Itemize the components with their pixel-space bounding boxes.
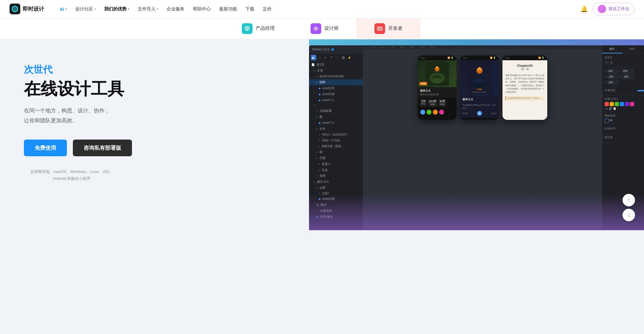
notification-bell-icon[interactable]: 🔔 xyxy=(580,5,588,13)
color-swatch-pink[interactable] xyxy=(630,102,634,106)
book-title-text-2: 森林之火 xyxy=(462,98,497,101)
stat-favorites: 11.2万 收藏 xyxy=(428,99,437,106)
nav-item-enterprise[interactable]: 企业服务 xyxy=(163,4,188,14)
color-swatch-red[interactable] xyxy=(605,102,609,106)
list-item[interactable]: □ 背景 xyxy=(309,173,363,179)
list-item[interactable]: T 开始一个活动 xyxy=(309,137,363,143)
free-use-button[interactable]: 免费使用 xyxy=(24,140,67,156)
tab-prototype[interactable]: 原型 xyxy=(622,45,642,53)
group-icon: ▸ xyxy=(316,127,318,130)
scroll-up-button[interactable]: ↑ xyxy=(623,194,635,206)
list-item[interactable]: ▸ 组料 xyxy=(309,79,363,85)
color-swatch-yellow[interactable] xyxy=(610,102,614,106)
w-input[interactable]: 200 xyxy=(608,74,620,79)
tool-frame[interactable]: □ xyxy=(317,55,322,60)
color-swatch-blue[interactable] xyxy=(620,102,624,106)
r-input[interactable]: 200 xyxy=(607,80,619,85)
opacity-slider[interactable] xyxy=(637,90,644,91)
fill-section: 外观 (王年) ▾ Aa 🔗 📋 xyxy=(602,95,644,112)
color-swatch-purple[interactable] xyxy=(625,102,629,106)
y-input[interactable]: 200 xyxy=(622,69,634,73)
list-item[interactable]: T 次级标题 xyxy=(309,108,363,114)
opacity-fill xyxy=(637,90,644,91)
nav-item-advantages[interactable]: 我们的优势 ▾ xyxy=(101,4,133,14)
list-item[interactable]: ▸ 图案元素（蓝面） xyxy=(309,143,363,149)
brand-logo[interactable]: 即时设计 xyxy=(10,4,44,14)
h-input[interactable]: 200 xyxy=(622,74,634,79)
stat-score: 9.8 评分 xyxy=(420,99,427,106)
nav-item-import[interactable]: 文件导入 ▾ xyxy=(134,4,162,14)
tool-text[interactable]: T xyxy=(329,55,334,60)
tab-annotation[interactable]: 标注 xyxy=(642,45,644,53)
phone-mockup-3: 9:41 📶 🔋 Chapter01 第一章 孤零零地抛弃在太平洋中的一个荒无人… xyxy=(502,55,547,120)
list-item[interactable]: ◆ icon/主页 xyxy=(309,85,363,91)
tool-shape[interactable]: ○ xyxy=(335,55,340,60)
align-icon[interactable]: ≡ xyxy=(605,61,608,65)
scroll-down-button[interactable]: ↓ xyxy=(623,209,635,221)
chapter-body: 孤零零地抛弃在太平洋中的一个荒无人烟的岛上，我不得不靠自己的双手来维持生命。在那… xyxy=(505,74,544,94)
tab-developer[interactable]: 开发者 xyxy=(356,18,420,39)
tab-designer[interactable]: 设计师 xyxy=(293,18,356,39)
list-item[interactable]: ◆ icon/行程 xyxy=(309,91,363,97)
grid-value: 18 xyxy=(609,119,612,123)
distribute-icon[interactable]: ⊞ xyxy=(609,61,614,65)
private-deploy-button[interactable]: 咨询私有部署版 xyxy=(73,140,132,156)
fill-label: 外观 (王年) xyxy=(605,97,618,101)
list-item[interactable]: ▸ 刷 xyxy=(309,149,363,155)
list-item[interactable]: ▸ 文本 xyxy=(309,126,363,132)
list-item[interactable]: ▸ 主图 xyxy=(309,155,363,161)
list-item[interactable]: ◆ icon/个人 xyxy=(309,120,363,126)
list-item[interactable]: ▸ 点赞 xyxy=(309,185,363,191)
list-item[interactable]: T 和别人一起过圣诞节！ xyxy=(309,132,363,137)
text-icon: T xyxy=(316,109,318,112)
nav-item-pricing[interactable]: 定价 xyxy=(259,4,275,14)
tool-image[interactable]: 🖼 xyxy=(341,55,346,60)
hero-title: 在线设计工具 xyxy=(24,79,291,99)
list-item[interactable]: ◆ icon/点赞 xyxy=(309,196,363,202)
rotation-row: C 200 xyxy=(605,80,644,85)
list-item[interactable]: △ 矢量形状 xyxy=(309,208,363,214)
tool-cursor[interactable]: ▶ xyxy=(311,55,316,60)
list-item[interactable]: ▸ 图 xyxy=(309,114,363,120)
link-icon[interactable]: 🔗 xyxy=(609,107,612,110)
tool-plugin[interactable]: ⚡ xyxy=(347,55,352,60)
list-item[interactable]: T 1322 xyxy=(309,191,363,196)
list-item[interactable]: 🖼 图片 xyxy=(309,202,363,208)
tab-design[interactable]: 设计 xyxy=(602,45,622,53)
fixed-section: 固定能 1 xyxy=(602,134,644,142)
panel-toolbar: ▶ □ ✏ T ○ 🖼 ⚡ xyxy=(309,54,363,62)
list-item[interactable]: ▸ 机器人 xyxy=(309,161,363,167)
tab-product-manager[interactable]: 产品经理 xyxy=(224,18,293,39)
chevron-down-icon: ▾ xyxy=(157,7,158,11)
nav-item-ai[interactable]: Ai ▾ xyxy=(56,5,70,13)
align-section: 自定义 ⊞ ⊟ ⊠ ≡ ⊞ xyxy=(602,54,644,67)
ruler-horizontal: 0 50 100 150 200 250 300 350 xyxy=(363,45,602,50)
goto-workspace-button[interactable]: 前往工作台 xyxy=(593,3,634,15)
nav-item-download[interactable]: 下载 xyxy=(242,4,258,14)
list-item[interactable]: ◆ icon/个人 xyxy=(309,97,363,103)
color-swatch-green[interactable] xyxy=(615,102,619,106)
group-icon: ▸ xyxy=(319,168,320,171)
grid-icon[interactable] xyxy=(605,119,609,123)
list-item[interactable]: ▸ 图文卡片 xyxy=(309,179,363,185)
list-item[interactable]: ▸ 主页 xyxy=(309,68,363,74)
nav-item-new[interactable]: 最新功能 xyxy=(216,4,241,14)
canvas-area: 0 50 100 150 200 250 300 350 9:41 xyxy=(363,45,602,230)
play-button[interactable]: ▶ xyxy=(477,111,482,116)
phone-mockup-1: 9:41 📶 🔋 FIRE xyxy=(418,55,457,120)
list-item[interactable]: ▸ 礼盒 xyxy=(309,167,363,173)
nav-item-community[interactable]: 设计社区 ▾ xyxy=(72,4,99,14)
tool-pen[interactable]: ✏ xyxy=(323,55,328,60)
highlight-text: 在这被闲杂声带在太平洋中的一个岛屿上... xyxy=(505,96,544,100)
copy-icon[interactable]: 📋 xyxy=(613,107,616,110)
list-item[interactable]: 📄 第1页 xyxy=(309,62,363,68)
rect-icon: □ xyxy=(316,174,318,177)
list-item[interactable]: ◆ 类型/餐饮 xyxy=(309,214,363,220)
nav-right: 🔔 前往工作台 xyxy=(580,3,634,15)
text-tools: Aa 🔗 📋 xyxy=(605,107,644,110)
text-format-icon[interactable]: Aa xyxy=(605,107,608,110)
x-input[interactable]: 200 xyxy=(607,69,619,73)
list-item[interactable]: T xyxy=(309,103,363,108)
list-item[interactable]: ▸ 状态栏/iOS深色适用 xyxy=(309,74,363,79)
nav-item-help[interactable]: 帮助中心 xyxy=(189,4,214,14)
